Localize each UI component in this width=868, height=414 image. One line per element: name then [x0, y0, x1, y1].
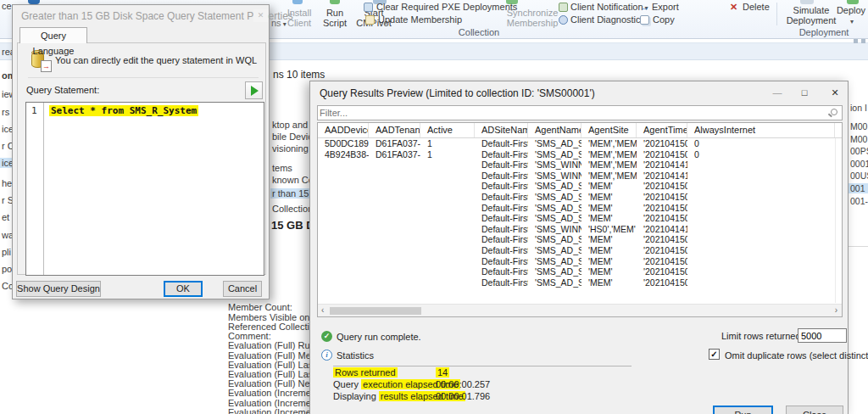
table-cell — [369, 159, 420, 171]
table-cell — [369, 256, 420, 267]
table-row[interactable]: Default-First-Site...'SMS_AD_SYS...'MEM'… — [318, 234, 842, 245]
collection-id-cell[interactable]: 0001 — [850, 159, 868, 169]
table-row[interactable]: 5D0DC189-53D8...D61FA037-7F26...1Default… — [318, 138, 842, 149]
update-membership-button[interactable]: Update Membership — [378, 14, 462, 25]
table-cell — [369, 245, 420, 256]
table-row[interactable]: Default-First-Site...'SMS_AD_SYS...'MEM'… — [318, 256, 842, 267]
table-cell: Default-First-Site... — [475, 245, 528, 256]
show-query-design-button[interactable]: Show Query Design — [16, 281, 101, 297]
collection-id-cell[interactable]: 001- — [850, 196, 868, 206]
stat-value: 00:00:01.796 — [436, 391, 490, 401]
detail-label: Evaluation (Incremental — [228, 407, 310, 414]
collection-id-cell[interactable]: 00PS — [850, 146, 868, 156]
table-cell — [318, 234, 369, 245]
collection-id-cell[interactable]: 00US — [850, 171, 868, 181]
search-icon — [831, 109, 837, 115]
table-row[interactable]: Default-First-Site...'SMS_AD_SYS...'MEM'… — [318, 213, 842, 224]
collection-id-cell[interactable]: M00 — [850, 121, 867, 131]
table-cell: '202104150000... — [637, 181, 687, 192]
tab-query-language[interactable]: Query Language — [19, 27, 87, 43]
close-button[interactable]: Close — [786, 406, 843, 414]
delete-icon: ✕ — [730, 2, 737, 13]
close-icon[interactable]: ✕ — [824, 86, 846, 100]
table-cell — [369, 266, 420, 277]
column-header-adsitename[interactable]: ADSiteName — [475, 123, 528, 137]
detail-label: Evaluation (Incremental) — [228, 388, 310, 398]
table-row[interactable]: Default-First-Site...'SMS_WINNT_...'MEM'… — [318, 159, 842, 171]
table-row[interactable]: Default-First-Site...'SMS_AD_SYS...'MEM'… — [318, 181, 842, 192]
table-cell — [420, 245, 475, 256]
table-cell: '202104150000... — [637, 245, 687, 256]
column-header-agentname[interactable]: AgentName — [528, 123, 581, 137]
table-row[interactable]: 4B924B38-FD38-...D61FA037-7F26...1Defaul… — [318, 149, 842, 160]
minimize-icon[interactable]: — — [766, 86, 788, 100]
column-header-aaddeviceid[interactable]: AADDeviceID — [318, 123, 369, 137]
table-cell: 1 — [420, 149, 475, 160]
simulate-deployment-icon — [800, 0, 814, 4]
simulate-deployment-button[interactable]: Simulate Deployment — [783, 5, 839, 25]
nav-tree-item[interactable]: rs — [2, 107, 9, 117]
table-row[interactable]: Default-First-Site...'SMS_WINNT_...'MEM'… — [318, 171, 842, 182]
export-icon: → — [640, 2, 649, 12]
ribbon-separator — [776, 3, 777, 25]
nav-tree-item[interactable]: pli — [2, 247, 11, 257]
nav-tree-item[interactable]: ce — [2, 1, 12, 11]
tab-page: → You can directly edit the query statem… — [17, 42, 266, 275]
update-membership-icon — [365, 15, 375, 25]
scrollbar-thumb[interactable] — [330, 307, 421, 315]
scroll-right-icon[interactable]: › — [835, 305, 837, 315]
table-cell — [420, 192, 475, 203]
table-cell — [687, 181, 835, 192]
gutter-divider — [43, 103, 44, 275]
horizontal-scrollbar[interactable]: ‹ › — [318, 304, 842, 316]
ok-button[interactable]: OK — [164, 281, 203, 297]
run-script-icon — [330, 0, 340, 4]
column-header-alwaysinternet[interactable]: AlwaysInternet — [687, 123, 835, 137]
maximize-icon[interactable]: □ — [793, 86, 815, 100]
stat-value: 14 — [436, 367, 449, 378]
scroll-up-icon[interactable] — [854, 39, 858, 43]
synchronize-membership-button[interactable]: Synchronize Membership — [505, 8, 559, 28]
table-row[interactable]: Default-First-Site...'SMS_AD_SYS...'MEM'… — [318, 245, 842, 256]
omit-duplicates-checkbox[interactable]: ✓ — [709, 349, 720, 360]
pin-icon[interactable] — [861, 39, 865, 43]
table-row[interactable]: Default-First-Site...'SMS_WINNT_...'HS0'… — [318, 224, 842, 235]
copy-button[interactable]: Copy — [653, 14, 675, 25]
divider — [28, 77, 259, 78]
table-row[interactable]: Default-First-Site...'SMS_AD_SYS...'MEM'… — [318, 203, 842, 214]
delete-button[interactable]: Delete — [743, 2, 770, 12]
table-cell — [318, 181, 369, 192]
filter-input[interactable] — [320, 106, 820, 120]
column-header-agentsite[interactable]: AgentSite — [581, 123, 637, 137]
column-header-active[interactable]: Active — [420, 123, 475, 137]
column-header-aadtenantid[interactable]: AADTenantID — [369, 123, 420, 137]
client-diagnostics-button[interactable]: Client Diagnostics▾ — [570, 14, 650, 26]
cancel-button[interactable]: Cancel — [223, 281, 262, 297]
query-editor[interactable]: 1 Select * from SMS_R_System — [25, 102, 264, 276]
export-button[interactable]: Export — [652, 2, 679, 12]
table-row[interactable]: Default-First-Site...'SMS_AD_SYS...'MEM'… — [318, 192, 842, 203]
limit-rows-input[interactable] — [798, 328, 847, 343]
table-cell — [318, 171, 369, 182]
copy-icon — [640, 15, 649, 25]
scroll-left-icon[interactable]: ‹ — [321, 305, 324, 315]
table-row[interactable]: Default-First-Site...'SMS_AD_SYS...'MEM'… — [318, 266, 842, 277]
query-results-preview-dialog: Query Results Preview (Limited to collec… — [309, 81, 849, 414]
column-header[interactable]: ion I — [850, 103, 867, 113]
run-query-button[interactable] — [245, 81, 263, 99]
run-button[interactable]: Run — [713, 406, 773, 414]
column-header-agenttime[interactable]: AgentTime — [637, 123, 687, 137]
table-cell — [318, 192, 369, 203]
table-cell: 'SMS_AD_SYS... — [528, 234, 581, 245]
run-script-button[interactable]: Run Script — [320, 8, 350, 28]
client-notification-button[interactable]: Client Notification▾ — [570, 2, 648, 14]
table-cell: '202104150000... — [637, 203, 687, 214]
clear-pxe-button[interactable]: Clear Required PXE Deployments — [376, 2, 517, 12]
table-row[interactable]: Default-First-Site...'SMS_AD_SYS...'MEM'… — [318, 277, 842, 288]
collection-id-cell[interactable]: M00 — [850, 134, 867, 144]
deploy-button[interactable]: Deploy▾ — [833, 5, 868, 27]
close-icon[interactable]: ✕ — [253, 9, 268, 22]
stat-value: 00:00:00.257 — [436, 379, 490, 389]
collection-id-cell[interactable]: 001 — [849, 183, 868, 193]
table-cell: 'MEM' — [581, 245, 637, 256]
